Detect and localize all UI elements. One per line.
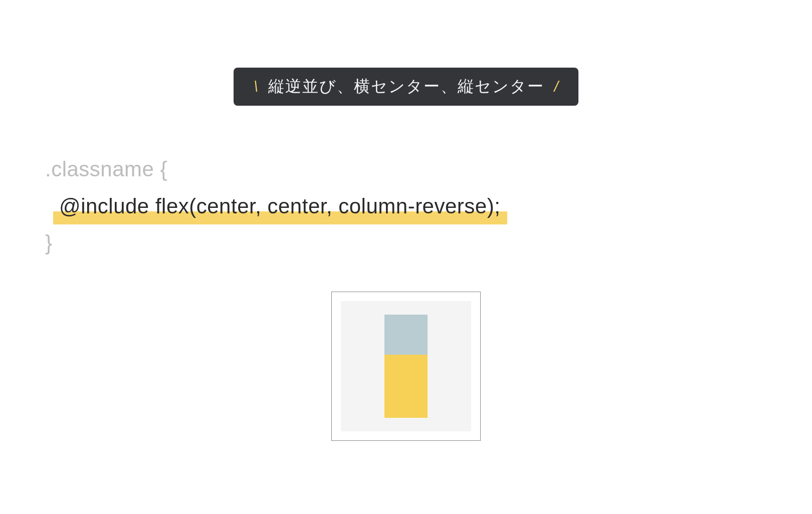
code-line-close: } <box>45 224 500 262</box>
title-badge: \ 縦逆並び、横センター、縦センター / <box>234 68 578 106</box>
slash-left-icon: \ <box>254 78 258 95</box>
demo-box-yellow <box>384 355 428 418</box>
slash-right-icon: / <box>554 78 558 95</box>
title-text: 縦逆並び、横センター、縦センター <box>268 76 544 98</box>
code-block: .classname { @include flex(center, cente… <box>45 151 500 262</box>
demo-flex-container <box>341 301 471 431</box>
demo-frame <box>331 292 481 441</box>
code-line-include: @include flex(center, center, column-rev… <box>45 188 500 225</box>
code-line-open: .classname { <box>45 151 500 188</box>
demo-box-blue <box>384 315 428 355</box>
